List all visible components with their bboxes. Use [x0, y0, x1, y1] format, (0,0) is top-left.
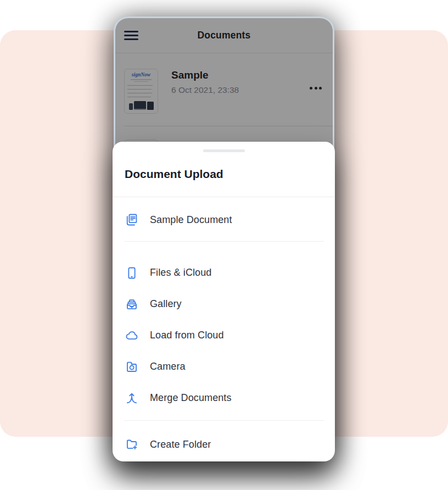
cloud-icon — [125, 328, 139, 343]
sheet-item-label: Camera — [150, 361, 186, 372]
sheet-item-label: Gallery — [150, 298, 182, 310]
upload-sources-group: Files & iCloud Gallery Load from Clo — [113, 257, 335, 414]
sheet-item-files-icloud[interactable]: Files & iCloud — [113, 257, 335, 288]
header-divider — [113, 197, 335, 197]
merge-arrows-icon — [125, 391, 139, 405]
sheet-item-label: Files & iCloud — [150, 267, 211, 279]
sheet-item-merge-documents[interactable]: Merge Documents — [113, 382, 335, 414]
sheet-item-create-folder[interactable]: Create Folder — [113, 428, 335, 460]
section-divider — [125, 241, 324, 242]
sheet-item-gallery[interactable]: Gallery — [113, 288, 335, 320]
copy-document-icon — [125, 213, 139, 227]
sheet-item-load-from-cloud[interactable]: Load from Cloud — [113, 320, 335, 351]
phone-icon — [125, 266, 139, 280]
camera-icon — [125, 360, 139, 374]
sheet-item-sample-document[interactable]: Sample Document — [113, 203, 335, 237]
sheet-item-camera[interactable]: Camera — [113, 351, 335, 382]
sheet-item-label: Load from Cloud — [150, 330, 224, 341]
folder-plus-icon — [125, 437, 139, 452]
document-upload-sheet: Document Upload Sample Document Files & … — [113, 142, 335, 461]
inbox-stack-icon — [125, 297, 139, 311]
sheet-item-label: Sample Document — [150, 214, 232, 226]
sheet-item-label: Create Folder — [150, 439, 211, 450]
sheet-item-label: Merge Documents — [150, 392, 232, 404]
section-divider — [125, 420, 324, 421]
drag-handle[interactable] — [203, 149, 245, 152]
sheet-title: Document Upload — [125, 166, 323, 182]
